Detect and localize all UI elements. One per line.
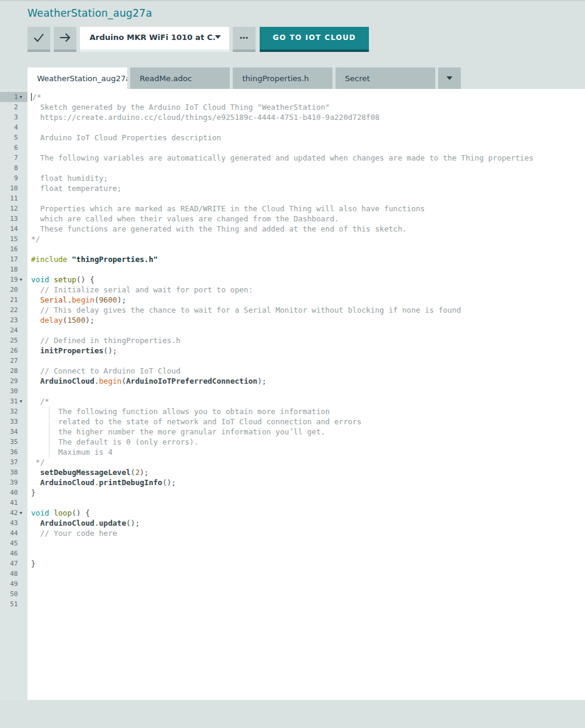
line-number: 8	[0, 164, 20, 172]
code-line[interactable]: The default is 0 (only errors).	[27, 437, 585, 447]
code-line[interactable]: delay(1500);	[27, 315, 585, 325]
code-line[interactable]: Maximum is 4	[27, 447, 585, 457]
code-line[interactable]: // Initialize serial and wait for port t…	[27, 285, 585, 295]
line-number: 32	[0, 408, 20, 415]
code-line[interactable]	[27, 498, 585, 508]
code-line[interactable]	[27, 163, 585, 173]
code-line[interactable]: which are called when their values are c…	[27, 214, 585, 224]
code-line[interactable]	[27, 538, 585, 548]
code-line[interactable]: void loop() {	[27, 508, 585, 518]
code-line[interactable]	[27, 569, 585, 579]
code-line[interactable]: Serial.begin(9600);	[27, 295, 585, 305]
code-line[interactable]: */	[27, 457, 585, 467]
fold-arrow-icon[interactable]: ▾	[20, 92, 27, 102]
code-line[interactable]: The following function allows you to obt…	[27, 406, 585, 417]
code-line-row: 3 https://create.arduino.cc/cloud/things…	[0, 112, 585, 122]
gutter-cell: 9	[0, 173, 27, 183]
line-number: 2	[0, 103, 20, 111]
code-line-row: 11	[0, 193, 585, 203]
code-line-row: 46	[0, 548, 585, 559]
verify-button[interactable]	[27, 27, 50, 52]
gutter-cell: 14	[0, 224, 27, 234]
fold-arrow-icon[interactable]: ▾	[20, 396, 27, 406]
code-line[interactable]: // Your code here	[27, 528, 585, 538]
code-line[interactable]: /*	[27, 92, 585, 102]
line-number: 37	[0, 458, 20, 466]
code-line-row: 13 which are called when their values ar…	[0, 214, 585, 224]
tab-weatherstation-aug27a-[interactable]: WeatherStation_aug27a.	[27, 67, 127, 89]
tab-secret[interactable]: Secret	[335, 67, 435, 89]
code-line-row: 20 // Initialize serial and wait for por…	[0, 285, 585, 295]
code-line[interactable]: ArduinoCloud.update();	[27, 518, 585, 528]
code-line[interactable]: Arduino IoT Cloud Properties description	[27, 132, 585, 143]
code-line[interactable]	[27, 356, 585, 366]
code-line[interactable]: // Connect to Arduino IoT Cloud	[27, 366, 585, 376]
code-line-row: 26 initProperties();	[0, 346, 585, 356]
code-line[interactable]: These functions are generated with the T…	[27, 224, 585, 234]
gutter-cell: 38	[0, 467, 27, 477]
code-line[interactable]: */	[27, 234, 585, 244]
fold-arrow-icon[interactable]: ▾	[20, 274, 27, 285]
code-line[interactable]: void setup() {	[27, 274, 585, 285]
code-line[interactable]	[27, 244, 585, 254]
code-line[interactable]: the higher number the more granular info…	[27, 427, 585, 437]
upload-button[interactable]	[54, 27, 76, 52]
code-line[interactable]: ArduinoCloud.begin(ArduinoIoTPreferredCo…	[27, 376, 585, 386]
code-line[interactable]: related to the state of network and IoT …	[27, 417, 585, 427]
code-line[interactable]: Properties which are marked as READ/WRIT…	[27, 203, 585, 214]
code-line-row: 18	[0, 264, 585, 274]
code-line[interactable]: // Defined in thingProperties.h	[27, 335, 585, 346]
tab-readme-adoc[interactable]: ReadMe.adoc	[130, 67, 230, 89]
gutter-cell: 17	[0, 254, 27, 264]
line-number: 3	[0, 113, 20, 121]
line-number: 51	[0, 600, 20, 608]
code-line[interactable]	[27, 264, 585, 274]
line-number: 34	[0, 428, 20, 436]
code-line[interactable]: // This delay gives the chance to wait f…	[27, 305, 585, 315]
code-line[interactable]: /*	[27, 396, 585, 406]
gutter-cell: 50	[0, 589, 27, 599]
code-line[interactable]: }	[27, 559, 585, 569]
gutter-cell: 23	[0, 315, 27, 325]
code-line[interactable]	[27, 548, 585, 559]
code-line[interactable]	[27, 122, 585, 132]
code-line[interactable]	[27, 589, 585, 599]
code-line[interactable]: }	[27, 488, 585, 498]
code-line[interactable]	[27, 143, 585, 153]
code-line[interactable]	[27, 325, 585, 335]
code-line[interactable]	[27, 579, 585, 589]
board-selector[interactable]: Arduino MKR WiFi 1010 at C...	[80, 27, 229, 52]
toolbar: Arduino MKR WiFi 1010 at C... ••• GO TO …	[27, 27, 585, 52]
gutter-cell: 51	[0, 599, 27, 609]
tab-overflow-button[interactable]	[438, 67, 461, 89]
code-line[interactable]: Sketch generated by the Arduino IoT Clou…	[27, 102, 585, 112]
line-number: 46	[0, 550, 20, 557]
code-line[interactable]	[27, 193, 585, 203]
code-line[interactable]: ArduinoCloud.printDebugInfo();	[27, 477, 585, 488]
gutter-cell: 18	[0, 264, 27, 274]
line-number: 33	[0, 418, 20, 425]
indent-guide	[49, 437, 50, 447]
code-line-row: 50	[0, 589, 585, 599]
fold-arrow-icon[interactable]: ▾	[20, 508, 27, 518]
gutter-cell: 40	[0, 488, 27, 498]
line-number: 21	[0, 296, 20, 304]
code-line[interactable]: initProperties();	[27, 346, 585, 356]
code-line[interactable]: https://create.arduino.cc/cloud/things/e…	[27, 112, 585, 122]
more-options-button[interactable]: •••	[233, 27, 255, 52]
code-line[interactable]	[27, 599, 585, 609]
gutter-cell: 37	[0, 457, 27, 467]
code-line-row: 6	[0, 143, 585, 153]
tab-thingproperties-h[interactable]: thingProperties.h	[233, 67, 332, 89]
code-line[interactable]: float temperature;	[27, 183, 585, 193]
code-line-row: 24	[0, 325, 585, 335]
go-to-iot-cloud-button[interactable]: GO TO IOT CLOUD	[260, 27, 369, 52]
code-line[interactable]: float humidity;	[27, 173, 585, 183]
code-line[interactable]: The following variables are automaticall…	[27, 153, 585, 163]
code-line-row: 36 Maximum is 4	[0, 447, 585, 457]
code-editor[interactable]: 1▾/*2 Sketch generated by the Arduino Io…	[0, 89, 585, 700]
code-line[interactable]: #include "thingProperties.h"	[27, 254, 585, 264]
code-line[interactable]: setDebugMessageLevel(2);	[27, 467, 585, 477]
code-line[interactable]	[27, 386, 585, 396]
code-line-row: 19▾void setup() {	[0, 274, 585, 285]
